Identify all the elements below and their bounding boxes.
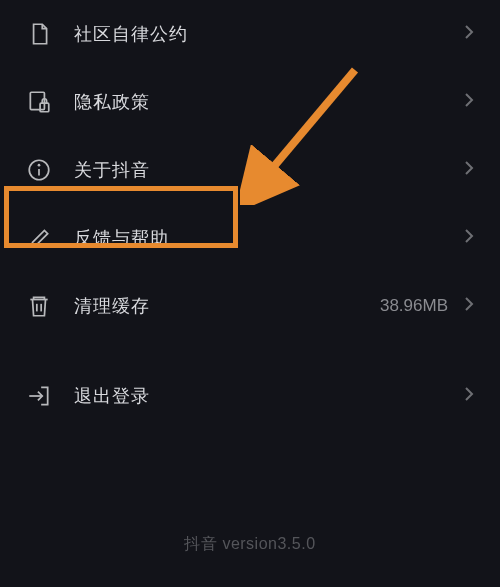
info-icon <box>26 157 52 183</box>
item-label: 关于抖音 <box>74 158 464 182</box>
chevron-right-icon <box>464 23 474 45</box>
chevron-right-icon <box>464 91 474 113</box>
logout-icon <box>26 383 52 409</box>
settings-item-logout[interactable]: 退出登录 <box>0 362 500 430</box>
chevron-right-icon <box>464 227 474 249</box>
trash-icon <box>26 293 52 319</box>
document-icon <box>26 21 52 47</box>
settings-item-community-rules[interactable]: 社区自律公约 <box>0 0 500 68</box>
settings-item-clear-cache[interactable]: 清理缓存 38.96MB <box>0 272 500 340</box>
settings-list: 社区自律公约 隐私政策 关于抖音 反馈与帮助 <box>0 0 500 430</box>
item-label: 清理缓存 <box>74 294 380 318</box>
settings-item-privacy-policy[interactable]: 隐私政策 <box>0 68 500 136</box>
item-label: 隐私政策 <box>74 90 464 114</box>
item-label: 反馈与帮助 <box>74 226 464 250</box>
app-version: 抖音 version3.5.0 <box>0 534 500 555</box>
privacy-icon <box>26 89 52 115</box>
chevron-right-icon <box>464 385 474 407</box>
item-label: 退出登录 <box>74 384 464 408</box>
cache-size-value: 38.96MB <box>380 296 448 316</box>
item-label: 社区自律公约 <box>74 22 464 46</box>
chevron-right-icon <box>464 295 474 317</box>
settings-item-feedback-help[interactable]: 反馈与帮助 <box>0 204 500 272</box>
edit-icon <box>26 225 52 251</box>
settings-item-about[interactable]: 关于抖音 <box>0 136 500 204</box>
chevron-right-icon <box>464 159 474 181</box>
